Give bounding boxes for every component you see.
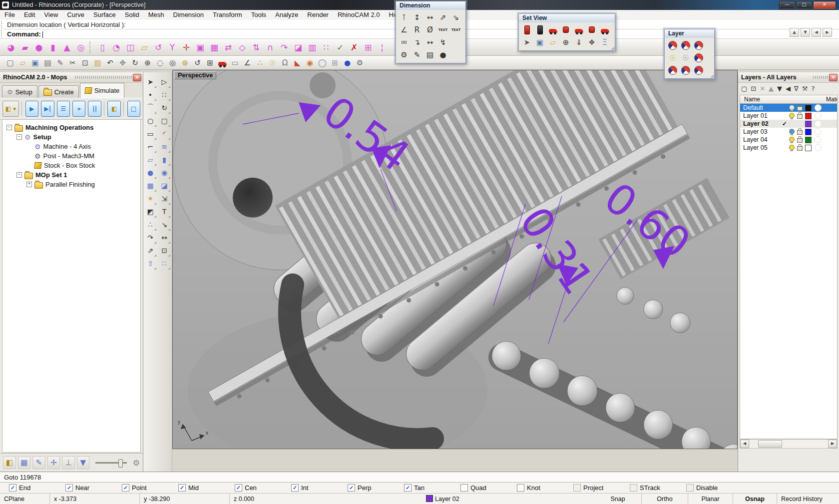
loft-icon[interactable]: ≋ xyxy=(158,140,171,153)
cylinder-tool-icon[interactable]: ▮ xyxy=(158,153,171,166)
osnap-strack[interactable]: ✓STrack xyxy=(630,484,686,492)
mesh-from-surface-icon[interactable]: ◔ xyxy=(109,40,123,54)
layer-on-bulb-icon[interactable] xyxy=(789,137,795,142)
cut-icon[interactable]: ✂ xyxy=(66,57,79,69)
paste-icon[interactable]: ▥ xyxy=(91,57,104,69)
layer-color-swatch[interactable] xyxy=(805,137,812,143)
osnap-cen[interactable]: ✓Cen xyxy=(235,484,291,492)
array-icon[interactable]: ∷ xyxy=(158,257,171,270)
extrude-tool-icon[interactable]: ⇧ xyxy=(144,257,157,270)
layer-on-bulb-icon[interactable] xyxy=(789,145,795,150)
checkbox-icon[interactable]: ✓ xyxy=(630,484,637,492)
point-tool-icon[interactable]: • xyxy=(144,88,157,101)
move-up-icon[interactable]: ▲ xyxy=(769,85,774,92)
delete-layer-icon[interactable]: ✕ xyxy=(760,85,765,92)
save-view-icon[interactable]: ▣ xyxy=(533,36,546,48)
play-button[interactable]: ▶ xyxy=(25,101,38,117)
minimize-button[interactable]: — xyxy=(779,1,795,9)
checkbox-icon[interactable]: ✓ xyxy=(348,484,355,492)
checkbox-icon[interactable]: ✓ xyxy=(686,484,694,492)
layer-unlocked-icon[interactable] xyxy=(797,138,803,143)
osnap-tan[interactable]: ✓Tan xyxy=(404,484,460,492)
mesh-ellipsoid-icon[interactable]: ● xyxy=(32,40,46,54)
viewport-title[interactable]: Perspective xyxy=(174,71,216,79)
car-left-view-icon[interactable] xyxy=(546,23,559,36)
offset-icon[interactable]: ⊡ xyxy=(158,244,171,257)
menu-analyze[interactable]: Analyze xyxy=(271,10,303,20)
layer-on-bulb-icon[interactable] xyxy=(789,113,795,118)
pipe-edit-icon[interactable]: ¦ xyxy=(375,40,389,54)
machine-display-icon[interactable]: ▦ xyxy=(18,456,31,469)
dim-horizontal-icon[interactable]: ↔ xyxy=(423,11,436,23)
menu-solid[interactable]: Solid xyxy=(120,10,144,20)
menu-transform[interactable]: Transform xyxy=(208,10,247,20)
box-edit-icon[interactable]: ▣ xyxy=(193,40,207,54)
text-tool-icon[interactable]: T xyxy=(158,205,171,218)
stitch-icon[interactable]: ▥ xyxy=(305,40,319,54)
simulation-speed-slider[interactable] xyxy=(95,462,127,464)
pan-icon[interactable]: ✥ xyxy=(116,57,129,69)
layer-row-default[interactable]: Default xyxy=(740,104,837,112)
open-view-icon[interactable]: ▱ xyxy=(546,36,559,48)
text-edit-icon[interactable]: TEXT xyxy=(449,23,462,36)
layer-material-icon[interactable] xyxy=(815,136,822,143)
stock-sim-button[interactable]: ◧ xyxy=(107,101,120,117)
orbit-icon[interactable]: ↻ xyxy=(158,101,171,114)
osnap-disable[interactable]: ✓Disable xyxy=(686,484,743,492)
menu-tools[interactable]: Tools xyxy=(247,10,271,20)
collapse-icon[interactable]: − xyxy=(16,172,22,178)
layer-row-layer-01[interactable]: Layer 01 xyxy=(740,112,837,120)
surface-cylinder-icon[interactable]: ▯ xyxy=(95,40,109,54)
new-layer-icon[interactable]: ▢ xyxy=(741,85,747,92)
fillet-surface-icon[interactable]: ◪ xyxy=(158,179,171,192)
mesh-cylinder-icon[interactable]: ▮ xyxy=(46,40,60,54)
command-scroll-down-icon[interactable]: ▼ xyxy=(801,28,810,37)
bend-surface-icon[interactable]: ↷ xyxy=(277,40,291,54)
close-icon[interactable]: ✕ xyxy=(829,74,838,81)
layer-color-swatch[interactable] xyxy=(805,145,812,151)
help-icon[interactable]: ? xyxy=(811,85,815,92)
explode-icon[interactable]: ✶ xyxy=(144,192,157,205)
layers-horizontal-scrollbar[interactable]: ◀ ▶ xyxy=(740,439,838,449)
scrollbar-thumb[interactable] xyxy=(758,440,782,448)
menu-rhinocam-2-0[interactable]: RhinoCAM 2.0 xyxy=(333,10,385,20)
simulation-settings-icon[interactable]: ⚙ xyxy=(133,458,140,468)
undo-icon[interactable]: ↶ xyxy=(104,57,116,69)
layer-off-icon[interactable]: ☉ xyxy=(679,51,692,64)
part-top-view-icon[interactable] xyxy=(520,23,533,36)
dim-linear-icon[interactable]: ⊺ xyxy=(398,11,411,23)
select-arrow-icon[interactable]: ➤ xyxy=(144,75,157,88)
osnap-near[interactable]: ✓Near xyxy=(65,484,122,492)
hatch-icon[interactable]: ▤ xyxy=(423,48,436,61)
move-down-icon[interactable]: ▼ xyxy=(777,85,782,92)
layer-material-icon[interactable] xyxy=(815,104,822,111)
save-icon[interactable]: ▣ xyxy=(29,57,41,69)
scroll-right-icon[interactable]: ▶ xyxy=(828,440,837,448)
current-layer-cell[interactable]: Layer 02 xyxy=(422,494,594,504)
car-front-view-icon[interactable] xyxy=(585,23,598,36)
osnap-mid[interactable]: ✓Mid xyxy=(178,484,235,492)
mesh-box-icon[interactable]: ◫ xyxy=(123,40,137,54)
checkbox-icon[interactable]: ✓ xyxy=(517,484,524,492)
toolbar-scroll-right-icon[interactable]: ▶ xyxy=(823,28,832,37)
osnap-perp[interactable]: ✓Perp xyxy=(348,484,404,492)
viewport-canvas[interactable]: Perspective xyxy=(172,70,738,449)
split-mesh-icon[interactable]: Y xyxy=(165,40,179,54)
import-obj-icon[interactable]: ▱ xyxy=(137,40,151,54)
checkbox-icon[interactable]: ✓ xyxy=(573,484,581,492)
stop-button[interactable]: □ xyxy=(127,101,140,117)
osnap-quad[interactable]: ✓Quad xyxy=(460,484,517,492)
planar-toggle[interactable]: Planar xyxy=(688,494,733,504)
layer-unlocked-icon[interactable] xyxy=(797,114,803,119)
layer-material-icon[interactable] xyxy=(815,128,822,135)
layer-lock-pie-icon[interactable] xyxy=(666,64,679,76)
car-back-view-icon[interactable] xyxy=(559,23,572,36)
boolean-icon[interactable]: ◉ xyxy=(158,166,171,179)
menu-view[interactable]: View xyxy=(39,10,62,20)
car-perspective-view-icon[interactable] xyxy=(598,23,611,36)
dim-settings-icon[interactable]: ⚙ xyxy=(398,48,411,61)
zoom-window-icon[interactable]: ◌ xyxy=(154,57,166,69)
fast-forward-button[interactable]: » xyxy=(72,101,85,117)
holder-display-icon[interactable]: ▼ xyxy=(77,456,90,469)
pause-button[interactable]: || xyxy=(88,101,101,117)
